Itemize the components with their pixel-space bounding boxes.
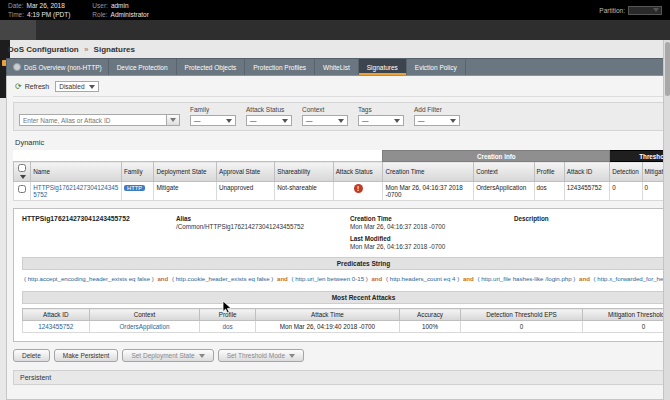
search-input[interactable] xyxy=(19,114,167,126)
add-filter-label: Add Filter xyxy=(414,106,460,113)
persistent-section-body xyxy=(13,385,670,393)
col-context[interactable]: Context xyxy=(474,162,534,182)
atk-col-attack-time[interactable]: Attack Time xyxy=(255,309,399,321)
atk-col-profile[interactable]: Profile xyxy=(200,309,255,321)
http-family-badge: HTTP xyxy=(124,185,145,191)
most-recent-attacks-band: Most Recent Attacks xyxy=(22,291,670,304)
scrollbar-thumb[interactable] xyxy=(665,42,670,96)
tab-dos-overview[interactable]: DoS Overview (non-HTTP) xyxy=(7,59,109,75)
col-family[interactable]: Family xyxy=(121,162,153,182)
attack-id-cell: 1243455752 xyxy=(564,182,609,201)
chevron-down-icon xyxy=(289,354,295,358)
filter-funnel-button[interactable] xyxy=(167,114,180,126)
predicate-expression: ( http.uri_len between 0-15 ) xyxy=(292,275,368,282)
signature-detail-panel: HTTPSig176214273041243455752 Alias /Comm… xyxy=(13,208,670,342)
set-deployment-state-button[interactable]: Set Deployment State xyxy=(122,349,213,362)
filter-add: Add Filter — xyxy=(414,106,460,126)
deployment-state-cell: Mitigate xyxy=(154,182,217,201)
attack-profile-link[interactable]: dos xyxy=(223,323,233,330)
col-creation-time[interactable]: Creation Time xyxy=(383,162,474,182)
attack-active-icon: ! xyxy=(354,184,363,193)
tab-device-protection[interactable]: Device Protection xyxy=(109,59,177,75)
attack-id-link[interactable]: 1243455752 xyxy=(38,323,73,330)
col-select xyxy=(14,162,31,182)
attack-status-select[interactable]: — xyxy=(246,115,292,126)
tab-protected-objects[interactable]: Protected Objects xyxy=(177,59,246,75)
threshold-eps-group-header: Threshold EPS xyxy=(610,151,670,162)
col-approval-state[interactable]: Approval State xyxy=(217,162,275,182)
signature-name-cell: HTTPSig176214273041243455752 xyxy=(31,182,122,201)
atk-col-accuracy[interactable]: Accuracy xyxy=(400,309,461,321)
signature-name-link[interactable]: HTTPSig176214273041243455752 xyxy=(33,184,118,198)
col-detection[interactable]: Detection xyxy=(610,162,642,182)
predicate-operator: and xyxy=(157,275,168,282)
predicate-operator: and xyxy=(371,275,382,282)
make-persistent-button[interactable]: Make Persistent xyxy=(54,349,119,362)
signature-row[interactable]: HTTPSig176214273041243455752 HTTP Mitiga… xyxy=(14,182,670,201)
role-label: Role: xyxy=(92,11,107,18)
shareability-cell: Not-shareable xyxy=(275,182,333,201)
delete-button[interactable]: Delete xyxy=(13,349,50,362)
sort-desc-icon[interactable] xyxy=(20,175,26,179)
atk-col-attack-id[interactable]: Attack ID xyxy=(23,309,90,321)
atk-col-detection-eps[interactable]: Detection Threshold EPS xyxy=(461,309,583,321)
datetime-info: Date:Mar 26, 2018 Time:4:19 PM (PDT) xyxy=(8,1,70,19)
time-label: Time: xyxy=(8,11,24,18)
col-shareability[interactable]: Shareability xyxy=(275,162,333,182)
tab-protection-profiles[interactable]: Protection Profiles xyxy=(245,59,315,75)
col-attack-status[interactable]: Attack Status xyxy=(333,162,383,182)
predicates-band: Predicates String xyxy=(22,257,670,270)
main-content: DoS Configuration » Signatures DoS Overv… xyxy=(0,40,670,400)
refresh-mode-select[interactable]: Disabled xyxy=(55,81,99,92)
partition-selector[interactable]: Partition: xyxy=(599,6,662,15)
partition-select[interactable] xyxy=(628,6,662,15)
atk-detection-eps-cell: 0 xyxy=(461,321,583,333)
filter-context: Context — xyxy=(302,106,348,126)
role-value: Administrator xyxy=(111,11,149,18)
date-label: Date: xyxy=(8,2,24,9)
approval-state-cell: Unapproved xyxy=(217,182,275,201)
family-select[interactable]: — xyxy=(190,115,236,126)
refresh-toolbar: ⟳ Refresh Disabled xyxy=(13,80,670,97)
predicate-expression: ( http.headers_count eq 4 ) xyxy=(386,275,459,282)
chevron-down-icon xyxy=(226,119,232,123)
profile-cell: dos xyxy=(534,182,564,201)
vertical-scrollbar[interactable] xyxy=(663,40,670,400)
select-all-checkbox[interactable] xyxy=(18,164,26,172)
tab-label: Eviction Policy xyxy=(415,64,457,71)
predicate-expression: ( http.x_forwarded_for_header_exists eq xyxy=(594,275,670,282)
dos-overview-icon xyxy=(13,63,21,71)
col-attack-id[interactable]: Attack ID xyxy=(564,162,609,182)
col-name[interactable]: Name xyxy=(31,162,122,182)
refresh-mode-value: Disabled xyxy=(59,83,84,90)
family-select-value: — xyxy=(194,117,201,124)
col-deployment-state[interactable]: Deployment State xyxy=(154,162,217,182)
context-select[interactable]: — xyxy=(302,115,348,126)
attack-row[interactable]: 1243455752 OrdersApplication dos Mon Mar… xyxy=(23,321,670,333)
refresh-button[interactable]: ⟳ Refresh xyxy=(15,82,49,91)
col-profile[interactable]: Profile xyxy=(534,162,564,182)
detail-title: HTTPSig176214273041243455752 xyxy=(22,215,172,251)
tab-bar: DoS Overview (non-HTTP) Device Protectio… xyxy=(6,58,670,76)
search-group xyxy=(19,114,180,126)
breadcrumb-current: Signatures xyxy=(94,45,135,54)
family-cell: HTTP xyxy=(121,182,153,201)
attack-status-select-value: — xyxy=(250,117,257,124)
breadcrumb-root[interactable]: DoS Configuration xyxy=(8,45,79,54)
row-checkbox[interactable] xyxy=(18,185,26,193)
filter-context-label: Context xyxy=(302,106,348,113)
tab-signatures[interactable]: Signatures xyxy=(359,59,407,75)
detail-alias: Alias /Common/HTTPSig1762142730412434557… xyxy=(176,215,346,251)
detail-times: Creation Time Mon Mar 26, 04:16:37 2018 … xyxy=(350,215,510,251)
tags-select[interactable]: — xyxy=(358,115,404,126)
atk-col-context[interactable]: Context xyxy=(89,309,200,321)
tab-eviction-policy[interactable]: Eviction Policy xyxy=(407,59,466,75)
attack-context-link[interactable]: OrdersApplication xyxy=(119,323,169,330)
chevron-down-icon xyxy=(653,8,659,12)
tab-label: WhiteList xyxy=(323,64,350,71)
tab-whitelist[interactable]: WhiteList xyxy=(315,59,359,75)
add-filter-select[interactable]: — xyxy=(414,115,460,126)
atk-col-mitigation-eps[interactable]: Mitigation Threshold EPS xyxy=(582,309,670,321)
predicate-operator: and xyxy=(579,275,590,282)
set-threshold-mode-button[interactable]: Set Threshold Mode xyxy=(218,349,304,362)
